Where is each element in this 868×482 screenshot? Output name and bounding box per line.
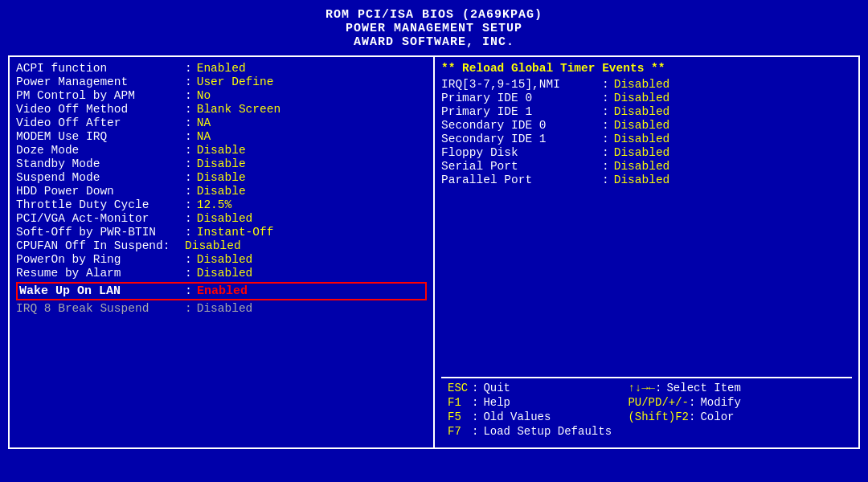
right-setting-label: Floppy Disk (441, 146, 602, 159)
right-setting-value: Disabled (614, 133, 670, 145)
setting-colon: : (185, 253, 192, 266)
header-line3: AWARD SOFTWARE, INC. (0, 35, 868, 49)
irq-break-value: Disabled (197, 302, 253, 315)
right-setting-value: Disabled (614, 119, 670, 132)
setting-value: Disabled (197, 212, 253, 225)
right-setting-colon: : (602, 160, 609, 173)
setting-label: PM Control by APM (16, 89, 185, 102)
setting-value: 12.5% (197, 198, 232, 211)
left-setting-row[interactable]: Resume by Alarm: Disabled (16, 267, 427, 280)
right-setting-label: Serial Port (441, 160, 602, 173)
header-line1: ROM PCI/ISA BIOS (2A69KPAG) (0, 8, 868, 22)
header: ROM PCI/ISA BIOS (2A69KPAG) POWER MANAGE… (0, 0, 868, 55)
right-setting-colon: : (602, 146, 609, 159)
right-setting-row[interactable]: Primary IDE 1: Disabled (441, 105, 852, 118)
left-setting-row[interactable]: ACPI function: Enabled (16, 62, 427, 75)
setting-colon: : (185, 116, 192, 129)
setting-label: MODEM Use IRQ (16, 130, 185, 143)
help-row: F5 : Old Values(Shift)F2 : Color (448, 411, 845, 423)
header-line2: POWER MANAGEMENT SETUP (0, 22, 868, 35)
left-setting-row[interactable]: PM Control by APM: No (16, 89, 427, 102)
left-setting-row[interactable]: Power Management: User Define (16, 76, 427, 88)
right-setting-row[interactable]: Floppy Disk: Disabled (441, 146, 852, 159)
right-setting-colon: : (602, 92, 609, 104)
help-key: ESC (448, 382, 472, 394)
help-separator: : (472, 382, 478, 394)
setting-colon: : (185, 130, 192, 143)
help-row: ESC : Quit↑↓→← : Select Item (448, 382, 845, 394)
setting-colon: : (185, 89, 192, 102)
help-key2: ↑↓→← (628, 382, 655, 394)
help-separator2: : (655, 382, 661, 394)
right-setting-value: Disabled (614, 105, 670, 118)
setting-value: User Define (197, 76, 274, 88)
setting-label: Power Management (16, 76, 185, 88)
right-setting-row[interactable]: Secondary IDE 1: Disabled (441, 133, 852, 145)
setting-value: Disable (197, 185, 246, 198)
wake-up-lan-colon: : (185, 284, 192, 298)
right-setting-value: Disabled (614, 160, 670, 173)
setting-label: Video Off Method (16, 103, 185, 116)
setting-colon: : (185, 62, 192, 75)
right-setting-row[interactable]: Primary IDE 0: Disabled (441, 92, 852, 104)
left-setting-row[interactable]: Doze Mode: Disable (16, 144, 427, 157)
help-section: ESC : Quit↑↓→← : Select ItemF1 : HelpPU/… (441, 377, 852, 443)
left-setting-row[interactable]: Standby Mode: Disable (16, 157, 427, 170)
help-separator2: : (689, 396, 695, 409)
left-setting-row[interactable]: Video Off Method: Blank Screen (16, 103, 427, 116)
setting-colon: : (185, 76, 192, 88)
help-action: Old Values (483, 411, 628, 423)
left-setting-row[interactable]: CPUFAN Off In Suspend:Disabled (16, 239, 427, 252)
setting-value: No (197, 89, 211, 102)
setting-colon: : (185, 171, 192, 184)
setting-label: HDD Power Down (16, 185, 185, 198)
right-setting-row[interactable]: Secondary IDE 0: Disabled (441, 119, 852, 132)
right-setting-row[interactable]: Parallel Port: Disabled (441, 174, 852, 186)
setting-colon: : (185, 267, 192, 280)
left-setting-row[interactable]: Suspend Mode: Disable (16, 171, 427, 184)
setting-value: NA (197, 116, 211, 129)
setting-label: Throttle Duty Cycle (16, 198, 185, 211)
left-setting-row[interactable]: Throttle Duty Cycle: 12.5% (16, 198, 427, 211)
left-setting-row[interactable]: MODEM Use IRQ: NA (16, 130, 427, 143)
help-key: F7 (448, 425, 472, 438)
right-setting-value: Disabled (614, 174, 670, 186)
left-setting-row[interactable]: Soft-Off by PWR-BTIN: Instant-Off (16, 226, 427, 239)
left-setting-row[interactable]: Video Off After: NA (16, 116, 427, 129)
right-setting-row[interactable]: IRQ[3-7,9-15],NMI: Disabled (441, 78, 852, 91)
right-settings: IRQ[3-7,9-15],NMI: DisabledPrimary IDE 0… (441, 78, 852, 187)
right-setting-label: Primary IDE 0 (441, 92, 602, 104)
setting-colon: : (185, 226, 192, 239)
setting-colon: : (185, 157, 192, 170)
setting-value: Disable (197, 171, 246, 184)
right-setting-row[interactable]: Serial Port: Disabled (441, 160, 852, 173)
setting-colon: : (185, 103, 192, 116)
right-setting-colon: : (602, 133, 609, 145)
right-setting-value: Disabled (614, 78, 670, 91)
setting-value: Enabled (197, 62, 246, 75)
setting-label: Suspend Mode (16, 171, 185, 184)
setting-value: Disabled (185, 239, 241, 252)
setting-label: Soft-Off by PWR-BTIN (16, 226, 185, 239)
left-setting-row[interactable]: HDD Power Down: Disable (16, 185, 427, 198)
reload-timer-title: ** Reload Global Timer Events ** (441, 62, 852, 75)
wake-up-lan-row[interactable]: Wake Up On LAN : Enabled (16, 282, 427, 300)
right-setting-label: Secondary IDE 0 (441, 119, 602, 132)
help-row: F1 : HelpPU/PD/+/- : Modify (448, 396, 845, 409)
left-setting-row[interactable]: PowerOn by Ring: Disabled (16, 253, 427, 266)
setting-value: NA (197, 130, 211, 143)
help-key2: PU/PD/+/- (628, 396, 689, 409)
setting-label: Doze Mode (16, 144, 185, 157)
help-key2: (Shift)F2 (628, 411, 689, 423)
right-panel: ** Reload Global Timer Events ** IRQ[3-7… (435, 57, 858, 447)
setting-colon: : (185, 212, 192, 225)
irq-break-colon: : (185, 302, 192, 315)
left-setting-row[interactable]: PCI/VGA Act-Monitor: Disabled (16, 212, 427, 225)
setting-value: Disable (197, 144, 246, 157)
setting-label: Standby Mode (16, 157, 185, 170)
left-settings: ACPI function: EnabledPower Management: … (16, 62, 427, 280)
main-container: ACPI function: EnabledPower Management: … (8, 55, 860, 449)
help-separator2: : (689, 411, 695, 423)
right-setting-colon: : (602, 174, 609, 186)
wake-up-lan-value: Enabled (197, 284, 248, 298)
